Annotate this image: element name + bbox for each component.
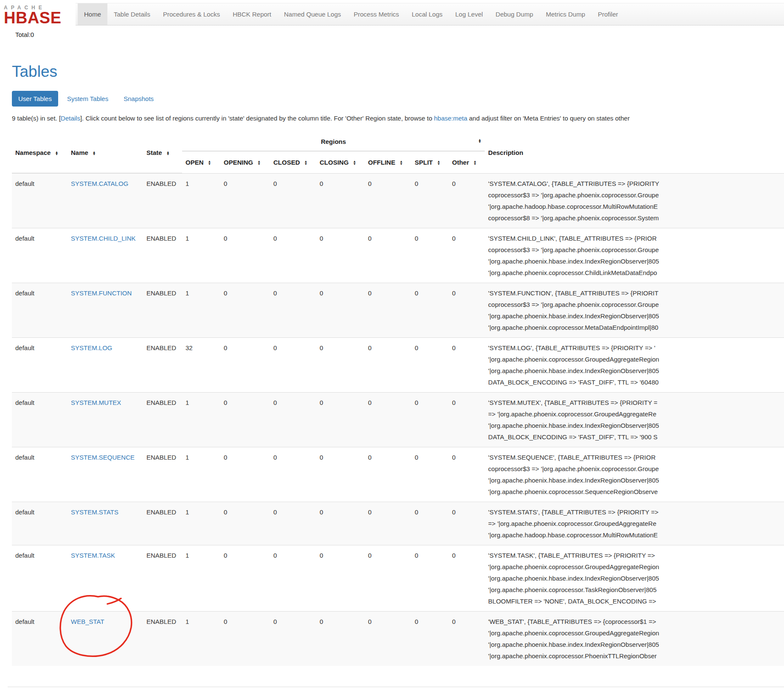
cell-count-split[interactable]: 0 <box>411 173 449 228</box>
cell-count-other[interactable]: 0 <box>449 283 485 337</box>
cell-count-closed[interactable]: 0 <box>270 337 316 392</box>
cell-count-open[interactable]: 1 <box>182 283 220 337</box>
sort-icon[interactable]: ▲▼ <box>437 160 441 165</box>
cell-count-open[interactable]: 1 <box>182 502 220 545</box>
cell-count-split[interactable]: 0 <box>411 502 449 545</box>
cell-count-opening[interactable]: 0 <box>220 173 270 228</box>
sort-icon[interactable]: ▲▼ <box>55 151 58 156</box>
sort-icon[interactable]: ▲▼ <box>304 160 308 165</box>
cell-count-closed[interactable]: 0 <box>270 228 316 283</box>
cell-count-closed[interactable]: 0 <box>270 611 316 666</box>
cell-count-closing[interactable]: 0 <box>316 337 365 392</box>
cell-count-opening[interactable]: 0 <box>220 611 270 666</box>
cell-count-open[interactable]: 1 <box>182 545 220 611</box>
cell-count-closed[interactable]: 0 <box>270 502 316 545</box>
nav-item-metrics-dump[interactable]: Metrics Dump <box>540 3 592 25</box>
cell-count-closing[interactable]: 0 <box>316 173 365 228</box>
table-name-link-system-child-link[interactable]: SYSTEM.CHILD_LINK <box>71 235 136 242</box>
cell-count-closed[interactable]: 0 <box>270 447 316 502</box>
table-name-link-system-stats[interactable]: SYSTEM.STATS <box>71 508 118 516</box>
nav-item-process-metrics[interactable]: Process Metrics <box>347 3 405 25</box>
cell-count-split[interactable]: 0 <box>411 447 449 502</box>
cell-count-opening[interactable]: 0 <box>220 337 270 392</box>
sort-icon[interactable]: ▲▼ <box>473 160 477 165</box>
sort-icon[interactable]: ▲▼ <box>208 160 211 165</box>
table-name-link-web-stat[interactable]: WEB_STAT <box>71 618 104 625</box>
nav-item-named-queue-logs[interactable]: Named Queue Logs <box>278 3 347 25</box>
tab-user-tables[interactable]: User Tables <box>12 91 58 107</box>
hbase-logo[interactable]: APACHE HBASE <box>0 0 76 29</box>
cell-count-open[interactable]: 32 <box>182 337 220 392</box>
nav-item-local-logs[interactable]: Local Logs <box>405 3 449 25</box>
cell-count-other[interactable]: 0 <box>449 545 485 611</box>
details-link[interactable]: Details <box>61 115 80 122</box>
table-name-link-system-task[interactable]: SYSTEM.TASK <box>71 552 115 559</box>
cell-count-closing[interactable]: 0 <box>316 447 365 502</box>
sort-icon[interactable]: ▲▼ <box>399 160 403 165</box>
cell-count-open[interactable]: 1 <box>182 173 220 228</box>
cell-count-closed[interactable]: 0 <box>270 392 316 447</box>
cell-count-offline[interactable]: 0 <box>365 447 411 502</box>
cell-count-closed[interactable]: 0 <box>270 283 316 337</box>
cell-count-offline[interactable]: 0 <box>365 337 411 392</box>
sort-icon[interactable]: ▲▼ <box>166 151 170 156</box>
cell-count-closing[interactable]: 0 <box>316 392 365 447</box>
sort-icon[interactable]: ▲▼ <box>257 160 261 165</box>
cell-count-offline[interactable]: 0 <box>365 502 411 545</box>
cell-count-opening[interactable]: 0 <box>220 283 270 337</box>
cell-count-closing[interactable]: 0 <box>316 545 365 611</box>
table-name-link-system-log[interactable]: SYSTEM.LOG <box>71 344 112 351</box>
nav-item-debug-dump[interactable]: Debug Dump <box>489 3 540 25</box>
table-name-link-system-mutex[interactable]: SYSTEM.MUTEX <box>71 399 121 406</box>
nav-item-procedures-locks[interactable]: Procedures & Locks <box>157 3 226 25</box>
cell-count-opening[interactable]: 0 <box>220 545 270 611</box>
cell-count-other[interactable]: 0 <box>449 502 485 545</box>
cell-count-other[interactable]: 0 <box>449 611 485 666</box>
cell-count-other[interactable]: 0 <box>449 173 485 228</box>
nav-item-profiler[interactable]: Profiler <box>592 3 625 25</box>
cell-count-open[interactable]: 1 <box>182 611 220 666</box>
sort-icon[interactable]: ▲▼ <box>478 139 481 143</box>
nav-item-hbck-report[interactable]: HBCK Report <box>226 3 278 25</box>
nav-item-home[interactable]: Home <box>78 3 107 25</box>
cell-count-split[interactable]: 0 <box>411 283 449 337</box>
cell-count-other[interactable]: 0 <box>449 447 485 502</box>
sort-icon[interactable]: ▲▼ <box>353 160 356 165</box>
table-name-link-system-catalog[interactable]: SYSTEM.CATALOG <box>71 180 128 187</box>
cell-count-other[interactable]: 0 <box>449 392 485 447</box>
cell-count-offline[interactable]: 0 <box>365 611 411 666</box>
tab-system-tables[interactable]: System Tables <box>61 91 115 107</box>
cell-count-offline[interactable]: 0 <box>365 228 411 283</box>
cell-count-closed[interactable]: 0 <box>270 173 316 228</box>
cell-count-closing[interactable]: 0 <box>316 228 365 283</box>
cell-count-open[interactable]: 1 <box>182 392 220 447</box>
sort-icon[interactable]: ▲▼ <box>93 151 96 156</box>
nav-item-table-details[interactable]: Table Details <box>107 3 157 25</box>
cell-count-offline[interactable]: 0 <box>365 392 411 447</box>
cell-count-split[interactable]: 0 <box>411 337 449 392</box>
cell-count-split[interactable]: 0 <box>411 611 449 666</box>
table-name-link-system-sequence[interactable]: SYSTEM.SEQUENCE <box>71 454 135 461</box>
table-name-link-system-function[interactable]: SYSTEM.FUNCTION <box>71 289 132 297</box>
cell-count-opening[interactable]: 0 <box>220 228 270 283</box>
cell-count-closing[interactable]: 0 <box>316 611 365 666</box>
cell-count-closing[interactable]: 0 <box>316 283 365 337</box>
cell-count-split[interactable]: 0 <box>411 545 449 611</box>
tab-snapshots[interactable]: Snapshots <box>117 91 160 107</box>
cell-count-closed[interactable]: 0 <box>270 545 316 611</box>
cell-count-open[interactable]: 1 <box>182 228 220 283</box>
cell-count-split[interactable]: 0 <box>411 228 449 283</box>
cell-count-offline[interactable]: 0 <box>365 545 411 611</box>
cell-count-other[interactable]: 0 <box>449 228 485 283</box>
cell-count-other[interactable]: 0 <box>449 337 485 392</box>
cell-count-opening[interactable]: 0 <box>220 502 270 545</box>
cell-count-offline[interactable]: 0 <box>365 173 411 228</box>
cell-count-opening[interactable]: 0 <box>220 392 270 447</box>
hbase-meta-link[interactable]: hbase:meta <box>434 115 467 122</box>
cell-count-open[interactable]: 1 <box>182 447 220 502</box>
nav-item-log-level[interactable]: Log Level <box>449 3 489 25</box>
cell-count-opening[interactable]: 0 <box>220 447 270 502</box>
cell-count-offline[interactable]: 0 <box>365 283 411 337</box>
cell-count-closing[interactable]: 0 <box>316 502 365 545</box>
cell-count-split[interactable]: 0 <box>411 392 449 447</box>
